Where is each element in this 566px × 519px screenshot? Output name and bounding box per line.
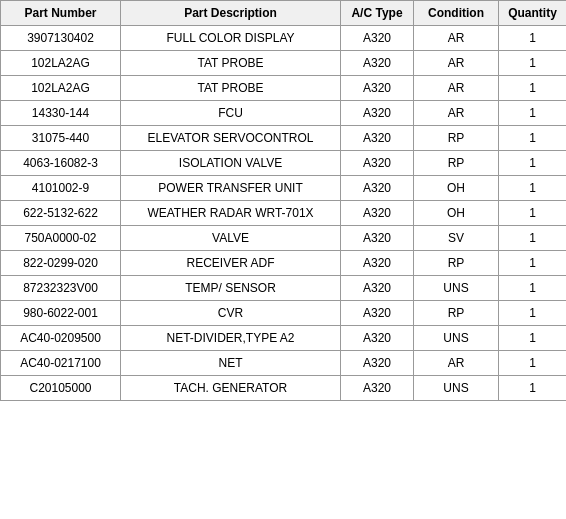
table-row: 87232323V00TEMP/ SENSORA320UNS1 (1, 276, 567, 301)
quantity-cell: 1 (499, 376, 567, 401)
part-number-cell: AC40-0209500 (1, 326, 121, 351)
ac-type-cell: A320 (341, 26, 414, 51)
header-condition: Condition (414, 1, 499, 26)
quantity-cell: 1 (499, 276, 567, 301)
ac-type-cell: A320 (341, 201, 414, 226)
part-description-cell: TACH. GENERATOR (121, 376, 341, 401)
table-row: C20105000TACH. GENERATORA320UNS1 (1, 376, 567, 401)
header-ac-type: A/C Type (341, 1, 414, 26)
part-number-cell: 622-5132-622 (1, 201, 121, 226)
table-row: 622-5132-622WEATHER RADAR WRT-701XA320OH… (1, 201, 567, 226)
condition-cell: AR (414, 76, 499, 101)
header-part-description: Part Description (121, 1, 341, 26)
quantity-cell: 1 (499, 126, 567, 151)
part-description-cell: POWER TRANSFER UNIT (121, 176, 341, 201)
ac-type-cell: A320 (341, 251, 414, 276)
condition-cell: RP (414, 301, 499, 326)
ac-type-cell: A320 (341, 376, 414, 401)
part-description-cell: FCU (121, 101, 341, 126)
condition-cell: OH (414, 176, 499, 201)
part-description-cell: CVR (121, 301, 341, 326)
quantity-cell: 1 (499, 76, 567, 101)
part-number-cell: 3907130402 (1, 26, 121, 51)
quantity-cell: 1 (499, 351, 567, 376)
part-description-cell: RECEIVER ADF (121, 251, 341, 276)
part-number-cell: 4101002-9 (1, 176, 121, 201)
condition-cell: RP (414, 251, 499, 276)
condition-cell: AR (414, 101, 499, 126)
quantity-cell: 1 (499, 101, 567, 126)
table-row: 3907130402FULL COLOR DISPLAYA320AR1 (1, 26, 567, 51)
condition-cell: UNS (414, 326, 499, 351)
part-number-cell: 102LA2AG (1, 51, 121, 76)
condition-cell: RP (414, 126, 499, 151)
part-description-cell: TAT PROBE (121, 51, 341, 76)
part-description-cell: NET (121, 351, 341, 376)
quantity-cell: 1 (499, 201, 567, 226)
table-row: 14330-144FCUA320AR1 (1, 101, 567, 126)
quantity-cell: 1 (499, 176, 567, 201)
part-number-cell: 14330-144 (1, 101, 121, 126)
part-description-cell: ISOLATION VALVE (121, 151, 341, 176)
table-row: 4101002-9POWER TRANSFER UNITA320OH1 (1, 176, 567, 201)
ac-type-cell: A320 (341, 176, 414, 201)
part-number-cell: 102LA2AG (1, 76, 121, 101)
quantity-cell: 1 (499, 26, 567, 51)
part-description-cell: ELEVATOR SERVOCONTROL (121, 126, 341, 151)
part-number-cell: 822-0299-020 (1, 251, 121, 276)
quantity-cell: 1 (499, 326, 567, 351)
ac-type-cell: A320 (341, 51, 414, 76)
table-row: 4063-16082-3ISOLATION VALVEA320RP1 (1, 151, 567, 176)
table-row: 980-6022-001CVRA320RP1 (1, 301, 567, 326)
part-number-cell: 4063-16082-3 (1, 151, 121, 176)
part-description-cell: TAT PROBE (121, 76, 341, 101)
part-description-cell: VALVE (121, 226, 341, 251)
ac-type-cell: A320 (341, 76, 414, 101)
part-description-cell: NET-DIVIDER,TYPE A2 (121, 326, 341, 351)
condition-cell: OH (414, 201, 499, 226)
part-number-cell: AC40-0217100 (1, 351, 121, 376)
table-row: 102LA2AGTAT PROBEA320AR1 (1, 76, 567, 101)
ac-type-cell: A320 (341, 226, 414, 251)
quantity-cell: 1 (499, 51, 567, 76)
quantity-cell: 1 (499, 151, 567, 176)
table-row: AC40-0217100NETA320AR1 (1, 351, 567, 376)
table-row: 750A0000-02VALVEA320SV1 (1, 226, 567, 251)
condition-cell: AR (414, 351, 499, 376)
table-row: 102LA2AGTAT PROBEA320AR1 (1, 51, 567, 76)
quantity-cell: 1 (499, 226, 567, 251)
table-row: 31075-440ELEVATOR SERVOCONTROLA320RP1 (1, 126, 567, 151)
ac-type-cell: A320 (341, 151, 414, 176)
ac-type-cell: A320 (341, 101, 414, 126)
table-row: 822-0299-020RECEIVER ADFA320RP1 (1, 251, 567, 276)
ac-type-cell: A320 (341, 351, 414, 376)
part-description-cell: TEMP/ SENSOR (121, 276, 341, 301)
condition-cell: UNS (414, 376, 499, 401)
part-number-cell: C20105000 (1, 376, 121, 401)
ac-type-cell: A320 (341, 126, 414, 151)
part-number-cell: 750A0000-02 (1, 226, 121, 251)
condition-cell: UNS (414, 276, 499, 301)
condition-cell: AR (414, 51, 499, 76)
ac-type-cell: A320 (341, 326, 414, 351)
part-number-cell: 31075-440 (1, 126, 121, 151)
condition-cell: SV (414, 226, 499, 251)
quantity-cell: 1 (499, 301, 567, 326)
condition-cell: AR (414, 26, 499, 51)
header-quantity: Quantity (499, 1, 567, 26)
header-part-number: Part Number (1, 1, 121, 26)
part-description-cell: WEATHER RADAR WRT-701X (121, 201, 341, 226)
ac-type-cell: A320 (341, 276, 414, 301)
part-number-cell: 87232323V00 (1, 276, 121, 301)
part-number-cell: 980-6022-001 (1, 301, 121, 326)
parts-table: Part Number Part Description A/C Type Co… (0, 0, 566, 401)
condition-cell: RP (414, 151, 499, 176)
quantity-cell: 1 (499, 251, 567, 276)
ac-type-cell: A320 (341, 301, 414, 326)
part-description-cell: FULL COLOR DISPLAY (121, 26, 341, 51)
table-row: AC40-0209500NET-DIVIDER,TYPE A2A320UNS1 (1, 326, 567, 351)
